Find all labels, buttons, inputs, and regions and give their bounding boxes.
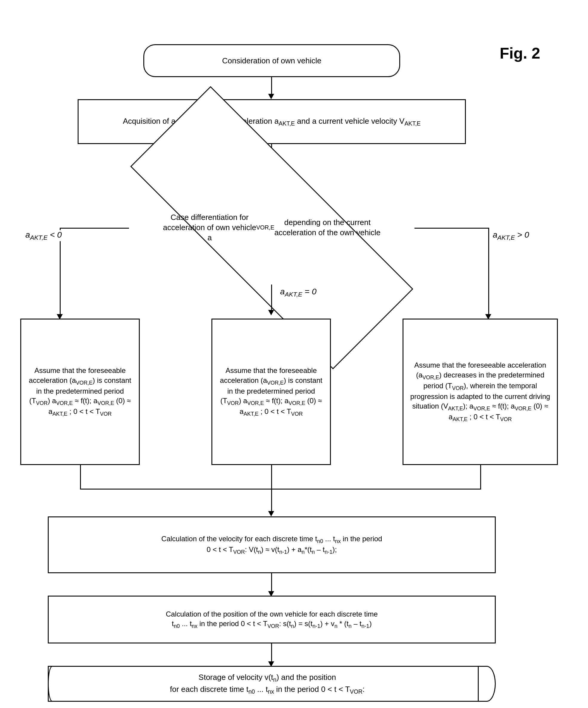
diamond-shape: Case differentiation foracceleration of … (128, 171, 415, 285)
arrowhead-mid (268, 310, 274, 315)
box-mid-label: Assume that the foreseeable acceleration… (212, 362, 330, 421)
storage-label: Storage of velocity v(tn) and the positi… (170, 672, 365, 696)
arrow-to-storage (271, 644, 272, 663)
arrow-right-h (414, 228, 489, 229)
storage-shape: Storage of velocity v(tn) and the positi… (48, 666, 496, 702)
arrow-to-calcvel (271, 489, 272, 512)
calc-pos-label: Calculation of the position of the own v… (161, 606, 382, 633)
cond-left-label: aAKT,E < 0 (25, 230, 62, 241)
arrow-to-calcpos (271, 573, 272, 593)
cond-mid-label: aAKT,E = 0 (280, 287, 316, 298)
arrow-mid (271, 285, 272, 312)
merge-line (80, 489, 481, 490)
acq-shape: Acquisition of a current vehicle acceler… (78, 99, 466, 144)
arrow-left-down (80, 465, 81, 489)
box-mid-shape: Assume that the foreseeable acceleration… (211, 319, 331, 465)
arrow-right-v (488, 228, 489, 315)
diagram: Fig. 2 Consideration of own vehicle Acqu… (0, 0, 588, 708)
arrow-right-down (480, 465, 481, 489)
start-shape: Consideration of own vehicle (143, 44, 400, 77)
calc-pos-shape: Calculation of the position of the own v… (48, 596, 496, 644)
acq-label: Acquisition of a current vehicle acceler… (117, 111, 427, 132)
arrow-mid-down (271, 465, 272, 489)
fig-label: Fig. 2 (500, 44, 540, 62)
box-left-label: Assume that the foreseeable acceleration… (21, 362, 139, 421)
arrowhead-1 (268, 94, 274, 99)
cond-right-label: aAKT,E > 0 (493, 230, 529, 241)
calc-vel-shape: Calculation of the velocity for each dis… (48, 517, 496, 573)
arrow-left-h (60, 228, 129, 229)
box-right-label: Assume that the foreseeable acceleration… (403, 357, 557, 426)
start-label: Consideration of own vehicle (216, 51, 327, 70)
arrowhead-calcvel (268, 511, 274, 517)
calc-vel-label: Calculation of the velocity for each dis… (156, 530, 387, 559)
box-left-shape: Assume that the foreseeable acceleration… (20, 319, 140, 465)
arrow-1 (271, 77, 272, 95)
diamond-label: Case differentiation foracceleration of … (128, 171, 415, 285)
box-right-shape: Assume that the foreseeable acceleration… (403, 319, 558, 465)
